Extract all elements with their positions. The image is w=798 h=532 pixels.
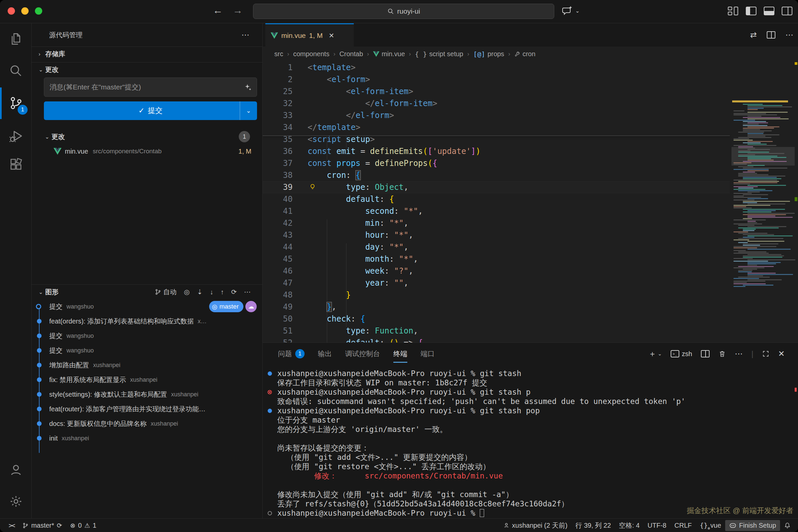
split-editor-icon[interactable] [767, 31, 775, 39]
problems-status-item[interactable]: ⊗ 0 ⚠ 1 [66, 519, 100, 532]
panel-tab-输出[interactable]: 输出 [318, 343, 332, 365]
commit-button[interactable]: ✓ 提交 ⌄ [44, 101, 257, 120]
close-panel-icon[interactable]: ✕ [778, 349, 785, 358]
eol-item[interactable]: CRLF [670, 519, 696, 532]
code-line-1[interactable]: 1<template> [263, 61, 730, 74]
branch-badge[interactable]: ◎master [209, 301, 243, 312]
breadcrumb-item-components[interactable]: components [293, 50, 329, 58]
maximize-window-button[interactable] [35, 7, 42, 15]
commit-row[interactable]: 增加路由配置xushanpei [32, 358, 263, 373]
fetch-icon[interactable]: ⇣ [197, 288, 203, 296]
commit-row[interactable]: feat(router): 添加客户管理路由并实现绕过登录功能… [32, 402, 263, 416]
toggle-secondary-sidebar-icon[interactable] [782, 7, 792, 15]
changed-file-row[interactable]: min.vue src/components/Crontab 1, M [32, 144, 263, 158]
breadcrumbs[interactable]: src›components›Crontab›min.vue›{ }script… [274, 46, 535, 61]
chat-dropdown-chevron-icon[interactable]: ⌄ [575, 8, 580, 14]
blame-status-item[interactable]: xushanpei (2 天前) [499, 519, 572, 532]
finish-setup-item[interactable]: Finish Setup [725, 520, 780, 531]
toggle-panel-icon[interactable] [764, 7, 774, 15]
breadcrumb-item-min-vue[interactable]: min.vue [373, 50, 405, 58]
code-line-48[interactable]: 48} [263, 289, 730, 301]
new-terminal-dropdown-icon[interactable]: ⌄ [658, 351, 662, 357]
panel-tab-问题[interactable]: 问题1 [278, 343, 305, 365]
refresh-icon[interactable]: ⟳ [231, 288, 237, 296]
breadcrumb-item-src[interactable]: src [274, 50, 283, 58]
copilot-chat-icon[interactable] [562, 5, 573, 16]
code-line-37[interactable]: 37const props = defineProps({ [263, 157, 730, 169]
repositories-section-header[interactable]: › 存储库 [32, 46, 263, 61]
code-line-47[interactable]: 47year: "", [263, 277, 730, 289]
notifications-item[interactable] [780, 519, 795, 532]
pull-icon[interactable]: ↓ [210, 288, 213, 296]
forward-icon[interactable]: → [233, 5, 243, 16]
toggle-primary-sidebar-icon[interactable] [746, 7, 757, 15]
code-line-46[interactable]: 46week: "?", [263, 265, 730, 277]
panel-more-actions-icon[interactable]: ⋯ [735, 349, 743, 358]
indentation-item[interactable]: 空格: 4 [615, 519, 643, 532]
code-line-39[interactable]: 39type: Object, [263, 181, 730, 193]
panel-tab-终端[interactable]: 终端 [393, 343, 407, 365]
tab-min-vue[interactable]: min.vue 1, M ✕ [265, 23, 354, 46]
code-line-25[interactable]: 25<el-form-item> [263, 86, 730, 97]
close-window-button[interactable] [8, 7, 15, 15]
remote-indicator[interactable]: >< [5, 519, 18, 532]
commit-message-input[interactable]: 消息(⌘Enter 在"master"提交) [44, 77, 257, 97]
breadcrumb-item-script-setup[interactable]: { }script setup [415, 50, 463, 58]
code-line-44[interactable]: 44day: "*", [263, 241, 730, 253]
code-line-40[interactable]: 40default: { [263, 193, 730, 205]
commit-row[interactable]: 提交wangshuo [32, 343, 263, 358]
code-line-2[interactable]: 2<el-form> [263, 74, 730, 86]
code-line-45[interactable]: 45month: "*", [263, 253, 730, 265]
code-line-43[interactable]: 43hour: "*", [263, 229, 730, 241]
encoding-item[interactable]: UTF-8 [644, 519, 671, 532]
accounts-icon[interactable] [0, 454, 32, 486]
commit-dropdown-chevron-icon[interactable]: ⌄ [240, 101, 257, 120]
terminal-output[interactable]: xushanpei@xushanpeideMacBook-Pro ruoyi-u… [263, 369, 798, 519]
changes-tree-header[interactable]: ⌄ 更改 1 [32, 129, 263, 144]
source-control-icon[interactable]: 1 [0, 87, 32, 119]
code-line-38[interactable]: 38cron: { [263, 169, 730, 181]
cursor-position-item[interactable]: 行 39, 列 22 [572, 519, 615, 532]
code-line-34[interactable]: 34</template> [263, 121, 730, 133]
terminal-shell-item[interactable]: >_ zsh [671, 350, 692, 358]
push-icon[interactable]: ↑ [221, 288, 224, 296]
changes-section-header[interactable]: ⌄ 更改 [32, 62, 263, 77]
run-debug-icon[interactable] [0, 120, 32, 152]
breadcrumb-item-props[interactable]: [@]props [473, 50, 504, 58]
commit-row[interactable]: style(settings): 修改默认主题和布局配置xushanpei [32, 387, 263, 402]
graph-section-header[interactable]: ⌄ 图形 自动 ◎ ⇣ ↓ ↑ ⟳ ⋯ [32, 284, 263, 299]
panel-tab-调试控制台[interactable]: 调试控制台 [345, 343, 380, 365]
branch-status-item[interactable]: master* ⟳ [18, 519, 66, 532]
code-line-49[interactable]: 49}, [263, 301, 730, 313]
target-icon[interactable]: ◎ [184, 288, 190, 296]
code-line-32[interactable]: 32</el-form-item> [263, 97, 730, 109]
scm-more-actions-icon[interactable]: ⋯ [241, 30, 249, 40]
breadcrumb-item-Crontab[interactable]: Crontab [340, 50, 363, 58]
commit-row[interactable]: docs: 更新版权信息中的品牌名称xushanpei [32, 416, 263, 431]
breadcrumb-item-cron[interactable]: cron [514, 50, 535, 58]
maximize-panel-icon[interactable] [762, 350, 770, 358]
extensions-icon[interactable] [0, 148, 32, 180]
graph-more-icon[interactable]: ⋯ [244, 288, 251, 296]
command-center-search[interactable]: ruoyi-ui [253, 4, 554, 19]
code-line-51[interactable]: 51type: Function, [263, 325, 730, 337]
back-icon[interactable]: ← [213, 5, 223, 16]
minimap[interactable] [732, 100, 795, 342]
commit-row[interactable]: fix: 禁用系统布局配置显示xushanpei [32, 373, 263, 387]
lightbulb-icon[interactable] [309, 184, 316, 190]
settings-gear-icon[interactable] [0, 486, 32, 517]
commit-row[interactable]: 提交wangshuo◎master☁ [32, 299, 263, 314]
split-terminal-icon[interactable] [701, 350, 709, 358]
code-editor[interactable]: 1<template>2<el-form>25<el-form-item>32<… [263, 61, 798, 342]
code-line-41[interactable]: 41second: "*", [263, 205, 730, 217]
customize-layout-icon[interactable] [728, 7, 739, 15]
commit-row[interactable]: feat(orders): 添加订单列表基础结构和响应式数据x… [32, 314, 263, 328]
panel-tab-端口[interactable]: 端口 [421, 343, 435, 365]
code-line-42[interactable]: 42min: "*", [263, 217, 730, 229]
sparkle-icon[interactable] [244, 83, 252, 92]
cloud-badge-icon[interactable]: ☁ [245, 301, 257, 312]
code-line-52[interactable]: 52default: () => { [263, 337, 730, 342]
code-line-33[interactable]: 33</el-form> [263, 109, 730, 121]
graph-auto-button[interactable]: 自动 [155, 288, 176, 297]
search-view-icon[interactable] [0, 55, 32, 87]
